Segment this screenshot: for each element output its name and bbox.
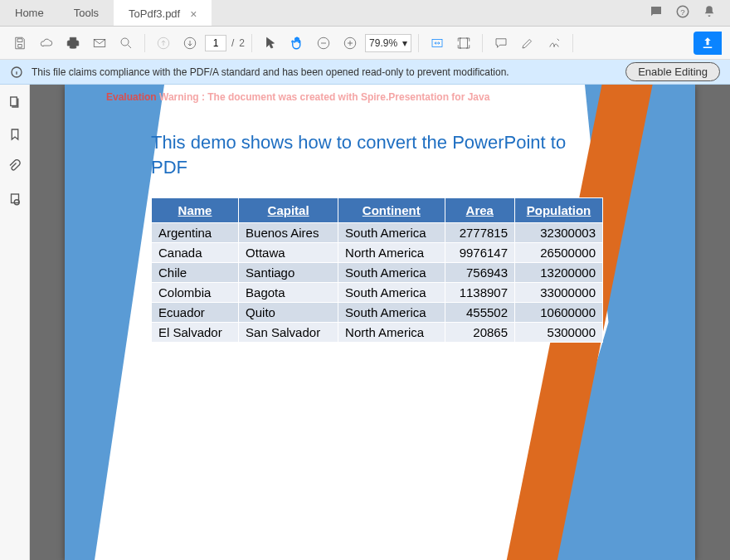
- separator: [572, 34, 573, 52]
- info-message: This file claims compliance with the PDF…: [32, 66, 509, 78]
- pointer-icon[interactable]: [259, 32, 282, 55]
- cell-population: 10600000: [515, 303, 603, 323]
- cell-population: 5300000: [515, 323, 603, 343]
- cell-continent: North America: [338, 243, 445, 263]
- data-table: Name Capital Continent Area Population A…: [151, 197, 603, 343]
- table-row: ChileSantiagoSouth America75694313200000: [152, 263, 603, 283]
- slide-content: This demo shows how to convert the Power…: [151, 130, 603, 343]
- cell-continent: South America: [338, 263, 445, 283]
- cell-continent: North America: [338, 323, 445, 343]
- tab-home[interactable]: Home: [0, 0, 59, 26]
- decorative-shape: [65, 85, 164, 560]
- svg-rect-11: [10, 97, 17, 106]
- info-icon: [10, 66, 23, 79]
- info-bar: This file claims compliance with the PDF…: [0, 60, 730, 85]
- cell-continent: South America: [338, 283, 445, 303]
- table-row: ArgentinaBuenos AiresSouth America277781…: [152, 223, 603, 243]
- sign-icon[interactable]: [543, 32, 566, 55]
- svg-text:?: ?: [680, 7, 685, 17]
- tab-file-label: ToPdf3.pdf: [129, 7, 180, 20]
- table-row: El SalvadorSan SalvadorNorth America2086…: [152, 323, 603, 343]
- cell-area: 20865: [445, 323, 515, 343]
- page-down-icon[interactable]: [178, 32, 202, 55]
- cell-population: 13200000: [515, 263, 603, 283]
- col-population: Population: [515, 198, 603, 223]
- cell-population: 32300003: [515, 223, 603, 243]
- cell-capital: San Salvador: [239, 323, 338, 343]
- cell-capital: Santiago: [239, 263, 338, 283]
- cell-population: 33000000: [515, 283, 603, 303]
- separator: [418, 34, 419, 52]
- separator: [144, 34, 145, 52]
- page-sep: /: [231, 37, 234, 49]
- table-row: ColombiaBagotaSouth America1138907330000…: [152, 283, 603, 303]
- table-row: CanadaOttawaNorth America997614726500000: [152, 243, 603, 263]
- page-up-icon[interactable]: [152, 32, 175, 55]
- total-pages: 2: [239, 37, 245, 49]
- cell-area: 2777815: [445, 223, 515, 243]
- eval-prefix: Evaluation: [106, 91, 159, 103]
- tab-close-icon[interactable]: ×: [190, 7, 197, 21]
- chat-icon[interactable]: [649, 4, 664, 22]
- pdf-page: Evaluation Warning : The document was cr…: [65, 85, 695, 560]
- highlight-icon[interactable]: [516, 32, 539, 55]
- enable-editing-button[interactable]: Enable Editing: [625, 62, 720, 81]
- col-capital: Capital: [239, 198, 338, 223]
- cell-area: 455502: [445, 303, 515, 323]
- table-row: EcuadorQuitoSouth America45550210600000: [152, 303, 603, 323]
- cell-capital: Ottawa: [239, 243, 338, 263]
- document-viewport[interactable]: Evaluation Warning : The document was cr…: [30, 85, 730, 560]
- cell-name: Argentina: [152, 223, 239, 243]
- page-indicator: / 2: [205, 35, 245, 51]
- fit-width-icon[interactable]: [426, 32, 449, 55]
- cell-continent: South America: [338, 303, 445, 323]
- cell-area: 9976147: [445, 243, 515, 263]
- fit-page-icon[interactable]: [452, 32, 475, 55]
- cell-continent: South America: [338, 223, 445, 243]
- cloud-icon[interactable]: [35, 32, 58, 55]
- bookmark-icon[interactable]: [7, 127, 22, 144]
- slide-title: This demo shows how to convert the Power…: [151, 130, 603, 179]
- comment-icon[interactable]: [489, 32, 513, 55]
- save-icon[interactable]: [8, 32, 32, 55]
- hand-icon[interactable]: [285, 32, 309, 55]
- top-tab-bar: Home Tools ToPdf3.pdf × ?: [0, 0, 730, 27]
- help-icon[interactable]: ?: [675, 4, 690, 22]
- tab-tools[interactable]: Tools: [59, 0, 114, 26]
- mail-icon[interactable]: [88, 32, 111, 55]
- current-page-input[interactable]: [205, 35, 226, 51]
- cell-capital: Bagota: [239, 283, 338, 303]
- cell-area: 1138907: [445, 283, 515, 303]
- left-nav-rail: [0, 85, 30, 560]
- zoom-value: 79.9%: [369, 37, 397, 49]
- cell-name: Colombia: [152, 283, 239, 303]
- thumbnails-icon[interactable]: [7, 95, 22, 112]
- table-header-row: Name Capital Continent Area Population: [152, 198, 603, 223]
- col-area: Area: [445, 198, 515, 223]
- col-name: Name: [152, 198, 239, 223]
- toolbar: / 2 79.9% ▾: [0, 27, 730, 60]
- col-continent: Continent: [338, 198, 445, 223]
- cell-capital: Buenos Aires: [239, 223, 338, 243]
- cell-name: Canada: [152, 243, 239, 263]
- evaluation-warning: Evaluation Warning : The document was cr…: [106, 91, 489, 103]
- cell-name: Chile: [152, 263, 239, 283]
- separator: [482, 34, 483, 52]
- cell-population: 26500000: [515, 243, 603, 263]
- bell-icon[interactable]: [702, 4, 717, 22]
- print-icon[interactable]: [61, 32, 85, 55]
- cell-name: El Salvador: [152, 323, 239, 343]
- zoom-level-select[interactable]: 79.9% ▾: [365, 34, 411, 52]
- zoom-out-icon[interactable]: [312, 32, 335, 55]
- svg-point-3: [121, 38, 129, 46]
- share-button[interactable]: [694, 32, 722, 55]
- search-icon[interactable]: [114, 32, 138, 55]
- chevron-down-icon: ▾: [402, 37, 407, 49]
- main-area: Evaluation Warning : The document was cr…: [0, 85, 730, 560]
- attachment-icon[interactable]: [7, 159, 22, 177]
- cell-capital: Quito: [239, 303, 338, 323]
- standards-icon[interactable]: [7, 192, 22, 209]
- svg-rect-9: [460, 38, 468, 48]
- tab-file[interactable]: ToPdf3.pdf ×: [114, 0, 212, 26]
- zoom-in-icon[interactable]: [338, 32, 362, 55]
